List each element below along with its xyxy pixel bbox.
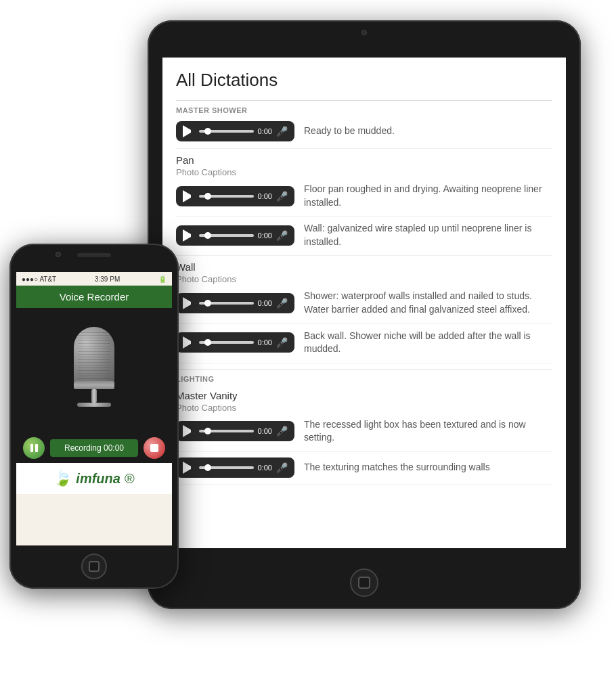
play-icon[interactable]: [183, 125, 195, 137]
time-label: 0:00: [258, 427, 272, 435]
iphone-screen: ●●●○ AT&T 3:39 PM 🔋 Voice Recorder: [16, 272, 172, 545]
audio-row: 0:00 🎤 Floor pan roughed in and drying. …: [176, 183, 552, 217]
audio-caption: Shower: waterproof walls installed and n…: [304, 290, 552, 316]
iphone-time: 3:39 PM: [95, 275, 120, 283]
mic-icon: 🎤: [276, 298, 288, 309]
pause-button[interactable]: [23, 437, 45, 459]
progress-bar[interactable]: [199, 130, 254, 133]
audio-row: 0:00 🎤 Ready to be mudded.: [176, 121, 552, 149]
section-header-master-shower: MASTER SHOWER: [176, 100, 552, 114]
time-label: 0:00: [258, 464, 272, 472]
progress-thumb: [204, 193, 211, 200]
play-icon[interactable]: [183, 229, 195, 242]
mic-head: [74, 327, 114, 381]
play-icon[interactable]: [183, 462, 195, 474]
master-vanity-group: Master Vanity Photo Captions 0:00 🎤 The …: [176, 390, 552, 485]
time-label: 0:00: [258, 127, 272, 135]
play-icon[interactable]: [183, 297, 195, 309]
pan-group: Pan Photo Captions 0:00 🎤 Floor pan roug…: [176, 154, 552, 256]
audio-player[interactable]: 0:00 🎤: [176, 421, 294, 441]
dictations-title: All Dictations: [176, 70, 552, 91]
audio-player[interactable]: 0:00 🎤: [176, 457, 294, 478]
ipad-screen: All Dictations MASTER SHOWER 0:00 🎤 Read…: [162, 58, 566, 548]
pan-caption-label: Photo Captions: [176, 167, 552, 177]
audio-player[interactable]: 0:00 🎤: [176, 121, 294, 141]
play-icon[interactable]: [183, 190, 195, 202]
progress-thumb: [204, 428, 211, 434]
play-icon[interactable]: [183, 336, 195, 349]
section-header-lighting: LIGHTING: [176, 369, 552, 383]
mic-icon: 🎤: [276, 337, 288, 348]
audio-player[interactable]: 0:00 🎤: [176, 186, 294, 206]
iphone-status-bar: ●●●○ AT&T 3:39 PM 🔋: [16, 272, 172, 286]
mic-base: [91, 389, 97, 403]
pause-icon: [30, 444, 38, 452]
progress-thumb: [204, 232, 211, 239]
progress-thumb: [204, 464, 211, 471]
iphone-speaker: [77, 253, 111, 257]
play-icon[interactable]: [183, 425, 195, 437]
audio-player[interactable]: 0:00 🎤: [176, 293, 294, 313]
ipad-home-button-inner: [358, 577, 370, 589]
time-label: 0:00: [258, 299, 272, 307]
master-vanity-label: Master Vanity: [176, 390, 552, 401]
mic-band: [74, 381, 114, 389]
iphone-camera: [56, 252, 61, 257]
audio-row: 0:00 🎤 Back wall. Shower niche will be a…: [176, 330, 552, 363]
wall-caption-label: Photo Captions: [176, 274, 552, 284]
mic-icon: 🎤: [276, 426, 288, 437]
iphone-logo-area: 🍃 imfuna ®: [16, 463, 172, 494]
microphone-graphic: [60, 327, 128, 415]
audio-player[interactable]: 0:00 🎤: [176, 332, 294, 353]
time-label: 0:00: [258, 231, 272, 240]
dictations-panel: All Dictations MASTER SHOWER 0:00 🎤 Read…: [162, 58, 566, 548]
master-vanity-caption-label: Photo Captions: [176, 403, 552, 413]
mic-stand-foot: [77, 403, 111, 407]
iphone-carrier: ●●●○ AT&T: [22, 275, 56, 283]
iphone-mic-area: [16, 308, 172, 433]
iphone-device: ●●●○ AT&T 3:39 PM 🔋 Voice Recorder: [9, 244, 179, 589]
audio-caption: Wall: galvanized wire stapled up until n…: [304, 222, 552, 248]
pan-label: Pan: [176, 154, 552, 166]
progress-bar[interactable]: [199, 302, 254, 305]
recording-label: Recording 00:00: [50, 439, 138, 457]
ipad-home-button[interactable]: [350, 568, 378, 597]
ipad-camera: [361, 30, 367, 35]
iphone-header: Voice Recorder: [16, 286, 172, 308]
ipad-device: All Dictations MASTER SHOWER 0:00 🎤 Read…: [148, 20, 581, 609]
progress-bar[interactable]: [199, 341, 254, 344]
iphone-recording-bar: Recording 00:00: [16, 433, 172, 463]
progress-bar[interactable]: [199, 430, 254, 432]
iphone-home-button-inner: [89, 561, 100, 572]
audio-row: 0:00 🎤 The texturing matches the surroun…: [176, 457, 552, 485]
audio-caption: Ready to be mudded.: [304, 125, 395, 138]
time-label: 0:00: [258, 192, 272, 200]
imfuna-brand-text: imfuna: [76, 471, 120, 487]
imfuna-trademark: ®: [125, 471, 135, 487]
audio-row: 0:00 🎤 The recessed light box has been t…: [176, 418, 552, 452]
iphone-battery: 🔋: [158, 275, 167, 283]
audio-player[interactable]: 0:00 🎤: [176, 225, 294, 246]
mic-icon: 🎤: [276, 191, 288, 202]
mic-icon: 🎤: [276, 462, 288, 473]
audio-caption: The texturing matches the surrounding wa…: [304, 461, 490, 474]
progress-bar[interactable]: [199, 466, 254, 469]
progress-bar[interactable]: [199, 234, 254, 237]
stop-icon: [150, 444, 158, 452]
wall-group: Wall Photo Captions 0:00 🎤 Shower: water…: [176, 261, 552, 363]
iphone-home-button[interactable]: [81, 554, 107, 579]
mic-icon: 🎤: [276, 230, 288, 241]
audio-row: 0:00 🎤 Wall: galvanized wire stapled up …: [176, 222, 552, 256]
audio-row: 0:00 🎤 Shower: waterproof walls installe…: [176, 290, 552, 323]
wall-label: Wall: [176, 261, 552, 273]
mic-icon: 🎤: [276, 126, 288, 137]
audio-caption: The recessed light box has been textured…: [304, 418, 552, 445]
imfuna-leaf-icon: 🍃: [53, 470, 72, 487]
iphone-header-title: Voice Recorder: [60, 291, 129, 303]
progress-thumb: [204, 339, 211, 346]
audio-caption: Back wall. Shower niche will be added af…: [304, 330, 552, 356]
time-label: 0:00: [258, 338, 272, 346]
progress-thumb: [204, 300, 211, 307]
progress-bar[interactable]: [199, 195, 254, 198]
stop-button[interactable]: [144, 437, 165, 459]
